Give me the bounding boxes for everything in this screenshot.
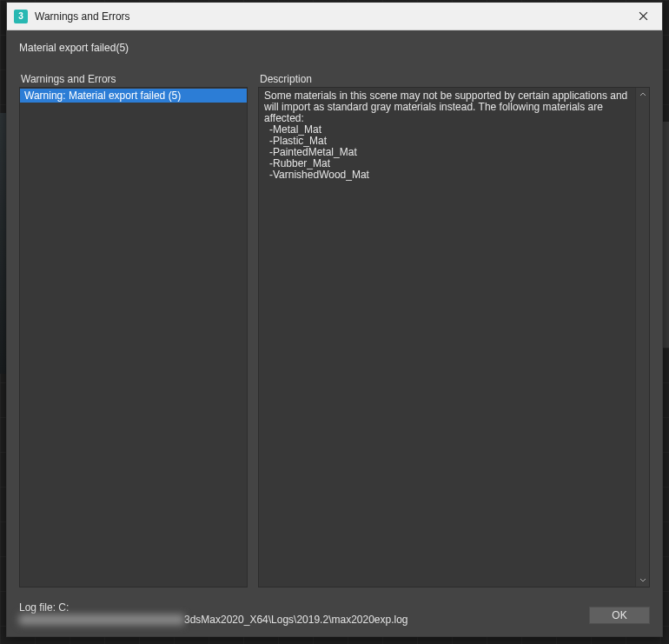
- log-file-label: Log file: C:: [19, 601, 408, 614]
- scroll-up-button[interactable]: [636, 88, 649, 102]
- app-icon: 3: [14, 10, 28, 23]
- warnings-pane: Warnings and Errors Warning: Material ex…: [19, 73, 248, 588]
- close-icon: [639, 11, 648, 21]
- description-content: Some materials in this scene may not be …: [259, 88, 635, 587]
- scroll-down-button[interactable]: [636, 573, 649, 587]
- chevron-down-icon: [639, 576, 646, 583]
- log-file-block: Log file: C: 3dsMax2020_X64\Logs\2019.2\…: [19, 601, 408, 626]
- dialog-body: Material export failed(5) Warnings and E…: [7, 30, 662, 636]
- chevron-up-icon: [639, 91, 646, 98]
- description-intro: Some materials in this scene may not be …: [264, 90, 630, 124]
- log-file-path: 3dsMax2020_X64\Logs\2019.2\max2020exp.lo…: [19, 614, 408, 626]
- warnings-list-item[interactable]: Warning: Material export failed (5): [20, 89, 247, 103]
- description-material-line: -VarnishedWood_Mat: [264, 169, 630, 181]
- panes-container: Warnings and Errors Warning: Material ex…: [19, 73, 650, 588]
- description-scrollbar[interactable]: [635, 88, 649, 587]
- ok-button[interactable]: OK: [589, 607, 650, 624]
- window-title: Warnings and Errors: [35, 10, 624, 23]
- warnings-pane-label: Warnings and Errors: [19, 73, 248, 85]
- warnings-errors-dialog: 3 Warnings and Errors Material export fa…: [6, 2, 663, 637]
- description-pane: Description Some materials in this scene…: [258, 73, 650, 588]
- dialog-footer: Log file: C: 3dsMax2020_X64\Logs\2019.2\…: [19, 601, 650, 626]
- close-button[interactable]: [624, 3, 662, 30]
- log-file-path-visible: 3dsMax2020_X64\Logs\2019.2\max2020exp.lo…: [184, 614, 408, 626]
- titlebar[interactable]: 3 Warnings and Errors: [7, 3, 662, 30]
- dialog-subtitle: Material export failed(5): [19, 42, 650, 54]
- description-pane-label: Description: [258, 73, 650, 85]
- warnings-listbox[interactable]: Warning: Material export failed (5): [19, 87, 248, 588]
- description-box[interactable]: Some materials in this scene may not be …: [258, 87, 650, 588]
- log-file-path-redacted: [19, 614, 184, 625]
